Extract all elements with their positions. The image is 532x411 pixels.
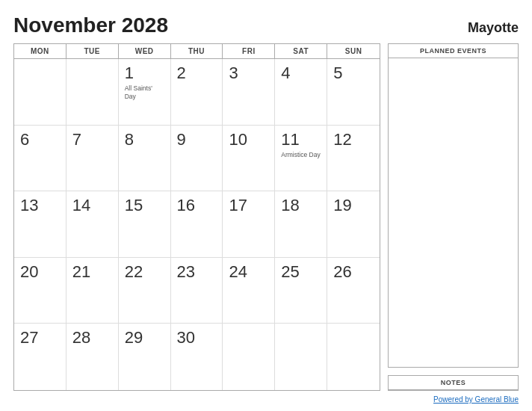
day-number: 30 <box>177 328 195 347</box>
day-cell-16: 16 <box>171 191 223 258</box>
day-cell-10: 10 <box>223 126 275 192</box>
day-number: 8 <box>125 130 134 149</box>
day-number: 3 <box>229 64 238 83</box>
day-header-thu: THU <box>171 44 223 58</box>
day-number: 22 <box>125 262 143 282</box>
day-number: 23 <box>177 262 195 282</box>
day-number: 13 <box>20 196 38 215</box>
empty-cell <box>223 324 275 390</box>
empty-cell <box>14 59 66 126</box>
calendar-grid: 1All Saints' Day234567891011Armistice Da… <box>14 59 380 390</box>
footer-link[interactable]: Powered by General Blue <box>433 395 519 404</box>
day-number: 26 <box>333 262 351 282</box>
day-cell-4: 4 <box>275 59 327 126</box>
header: November 2028 Mayotte <box>13 13 519 37</box>
day-cell-18: 18 <box>275 191 327 258</box>
footer: Powered by General Blue <box>13 395 519 404</box>
empty-cell <box>327 324 380 390</box>
day-header-sat: SAT <box>275 44 327 58</box>
day-cell-26: 26 <box>327 258 380 324</box>
day-number: 4 <box>281 64 290 83</box>
day-cell-6: 6 <box>14 126 66 192</box>
day-number: 7 <box>72 130 81 149</box>
day-number: 12 <box>333 130 351 149</box>
day-cell-1: 1All Saints' Day <box>119 59 171 126</box>
day-cell-17: 17 <box>223 191 275 258</box>
day-cell-14: 14 <box>66 191 119 258</box>
day-number: 29 <box>125 328 143 347</box>
main-content: MONTUEWEDTHUFRISATSUN 1All Saints' Day23… <box>13 43 519 391</box>
day-cell-9: 9 <box>171 126 223 192</box>
day-headers: MONTUEWEDTHUFRISATSUN <box>14 44 380 59</box>
empty-cell <box>66 59 119 126</box>
day-cell-5: 5 <box>327 59 380 126</box>
day-number: 11 <box>281 130 299 149</box>
day-number: 9 <box>177 130 186 149</box>
day-number: 21 <box>72 262 90 282</box>
day-cell-19: 19 <box>327 191 380 258</box>
planned-events-content <box>389 58 518 367</box>
day-cell-21: 21 <box>66 258 119 324</box>
day-cell-27: 27 <box>14 324 66 390</box>
day-number: 10 <box>229 130 247 149</box>
empty-cell <box>275 324 327 390</box>
day-cell-22: 22 <box>119 258 171 324</box>
day-cell-3: 3 <box>223 59 275 126</box>
day-number: 15 <box>125 196 143 215</box>
day-number: 5 <box>333 64 342 83</box>
notes-header: NOTES <box>389 376 518 390</box>
notes-box: NOTES <box>388 375 519 391</box>
month-title: November 2028 <box>13 13 168 37</box>
day-cell-7: 7 <box>66 126 119 192</box>
day-cell-29: 29 <box>119 324 171 390</box>
calendar-section: MONTUEWEDTHUFRISATSUN 1All Saints' Day23… <box>13 43 380 391</box>
planned-events-header: PLANNED EVENTS <box>389 44 518 58</box>
day-header-fri: FRI <box>223 44 275 58</box>
day-cell-24: 24 <box>223 258 275 324</box>
day-cell-13: 13 <box>14 191 66 258</box>
day-number: 14 <box>72 196 90 215</box>
region-title: Mayotte <box>468 20 519 36</box>
day-header-wed: WED <box>119 44 171 58</box>
event-label: Armistice Day <box>281 151 320 159</box>
day-header-mon: MON <box>14 44 66 58</box>
day-number: 16 <box>177 196 195 215</box>
page: November 2028 Mayotte MONTUEWEDTHUFRISAT… <box>0 0 532 411</box>
day-cell-23: 23 <box>171 258 223 324</box>
day-cell-8: 8 <box>119 126 171 192</box>
planned-events-box: PLANNED EVENTS <box>388 43 519 368</box>
day-cell-25: 25 <box>275 258 327 324</box>
day-number: 24 <box>229 262 247 282</box>
day-number: 19 <box>333 196 351 215</box>
day-number: 27 <box>20 328 38 347</box>
day-number: 1 <box>125 64 134 83</box>
day-cell-15: 15 <box>119 191 171 258</box>
day-cell-12: 12 <box>327 126 380 192</box>
day-cell-20: 20 <box>14 258 66 324</box>
day-cell-11: 11Armistice Day <box>275 126 327 192</box>
day-cell-30: 30 <box>171 324 223 390</box>
day-number: 18 <box>281 196 299 215</box>
day-number: 25 <box>281 262 299 282</box>
day-number: 28 <box>72 328 90 347</box>
day-header-tue: TUE <box>66 44 119 58</box>
sidebar: PLANNED EVENTS NOTES <box>388 43 519 391</box>
day-number: 20 <box>20 262 38 282</box>
day-header-sun: SUN <box>327 44 380 58</box>
day-cell-2: 2 <box>171 59 223 126</box>
day-cell-28: 28 <box>66 324 119 390</box>
day-number: 17 <box>229 196 247 215</box>
day-number: 6 <box>20 130 29 149</box>
day-number: 2 <box>177 64 186 83</box>
event-label: All Saints' Day <box>125 84 164 101</box>
